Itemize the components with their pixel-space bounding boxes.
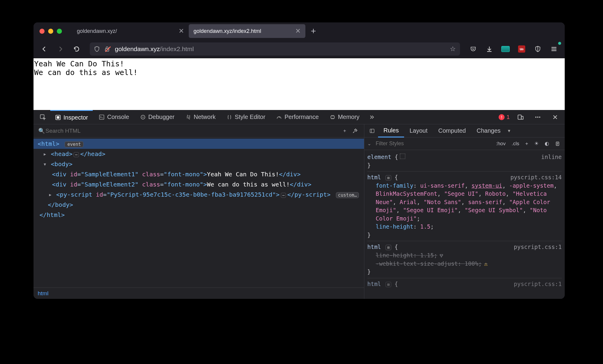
grid-badge-icon[interactable]: ⊞ — [386, 175, 391, 181]
dom-node-html-close[interactable]: </html> — [34, 210, 364, 220]
filter-styles-input[interactable] — [367, 140, 492, 147]
close-icon[interactable]: ✕ — [295, 27, 301, 35]
light-scheme-button[interactable]: ☀ — [532, 140, 540, 147]
page-line-1: We can do this as well! — [34, 68, 564, 77]
funnel-icon[interactable]: ▽ — [440, 252, 443, 259]
more-tabs-button[interactable] — [366, 110, 378, 124]
rules-tab-rules[interactable]: Rules — [378, 124, 404, 137]
custom-element-badge[interactable]: custom… — [336, 192, 359, 198]
new-tab-button[interactable]: + — [305, 26, 322, 36]
ellipsis-icon[interactable]: ⋯ — [74, 152, 79, 157]
cls-toggle[interactable]: .cls — [510, 141, 521, 147]
insecure-lock-icon[interactable] — [104, 46, 111, 52]
rules-tab-computed[interactable]: Computed — [433, 124, 471, 137]
pip-icon — [501, 46, 510, 52]
rule-html-1b[interactable]: html ⊞ { pyscript.css:1 — [367, 278, 562, 290]
print-media-button[interactable] — [553, 141, 562, 146]
tab-network[interactable]: Network — [181, 110, 220, 124]
dom-node-pyscript[interactable]: ▸ <py-script id="PyScript-95e7c15c-c35e-… — [34, 189, 364, 200]
tab-style-editor[interactable]: Style Editor — [222, 110, 270, 124]
responsive-mode-button[interactable] — [514, 111, 527, 124]
dom-node-body-close[interactable]: </body> — [34, 200, 364, 210]
svg-point-11 — [539, 116, 540, 117]
error-indicator[interactable]: ! 1 — [499, 114, 510, 120]
tab-0[interactable]: goldendawn.xyz/ ✕ — [72, 24, 189, 38]
dom-node-html[interactable]: <html> event — [34, 139, 364, 149]
sidebar-icon — [369, 128, 375, 134]
dom-node-body[interactable]: ▾ <body> — [34, 159, 364, 169]
expand-icon[interactable]: ▸ — [42, 149, 47, 158]
notification-dot-icon — [558, 42, 561, 45]
error-count: 1 — [506, 114, 510, 120]
breadcrumb[interactable]: html — [34, 287, 364, 299]
rules-list[interactable]: element { inline } html ⊞ { pyscript.css… — [364, 150, 565, 299]
ublock-icon: u₀ — [518, 45, 525, 53]
dom-node-div2[interactable]: <div id="SampleElement2" class="font-mon… — [34, 179, 364, 189]
element-picker-button[interactable] — [36, 110, 49, 124]
tab-title: goldendawn.xyz/ — [77, 28, 117, 34]
expand-icon[interactable]: ▸ — [48, 190, 53, 199]
rules-tab-changes[interactable]: Changes — [471, 124, 506, 137]
extension-pip-button[interactable] — [499, 42, 512, 56]
dom-node-head[interactable]: ▸ <head>⋯</head> — [34, 149, 364, 159]
bookmark-star-icon[interactable]: ☆ — [450, 45, 456, 53]
rules-tab-layout[interactable]: Layout — [404, 124, 433, 137]
svg-rect-8 — [521, 116, 523, 119]
tab-inspector[interactable]: Inspector — [50, 110, 93, 124]
grid-badge-icon[interactable]: ⊞ — [386, 282, 391, 287]
add-node-button[interactable]: + — [340, 128, 349, 134]
window-controls — [36, 29, 66, 34]
add-rule-button[interactable]: + — [523, 141, 530, 147]
svg-rect-7 — [518, 115, 521, 119]
devices-icon — [517, 114, 524, 120]
minimize-window-button[interactable] — [48, 29, 53, 34]
shield-icon[interactable] — [94, 46, 100, 52]
tab-1[interactable]: goldendawn.xyz/index2.html ✕ — [189, 24, 305, 38]
tab-console[interactable]: Console — [94, 110, 134, 124]
chevron-down-icon[interactable]: ▾ — [506, 128, 512, 134]
page-line-0: Yeah We Can Do This! — [34, 59, 564, 68]
search-html-input[interactable] — [36, 126, 340, 136]
dark-scheme-button[interactable]: ◐ — [543, 140, 551, 147]
performance-icon — [276, 114, 282, 120]
event-badge[interactable]: event — [65, 141, 83, 147]
network-icon — [185, 114, 191, 120]
ublock-button[interactable]: u₀ — [515, 42, 528, 56]
grid-badge-icon[interactable]: ⊞ — [386, 245, 391, 250]
downloads-button[interactable] — [483, 42, 496, 56]
back-button[interactable] — [38, 42, 51, 56]
dom-node-div1[interactable]: <div id="SampleElement1" class="font-mon… — [34, 169, 364, 179]
toggle-sidebar-button[interactable] — [366, 128, 378, 134]
warning-icon[interactable]: ⚠ — [484, 260, 488, 267]
dom-tree[interactable]: <html> event ▸ <head>⋯</head> ▾ <body> <… — [34, 137, 364, 287]
url-bar[interactable]: goldendawn.xyz/index2.html ☆ — [90, 42, 460, 56]
toolbar: goldendawn.xyz/index2.html ☆ u₀ — [34, 40, 565, 58]
tab-memory[interactable]: Memory — [325, 110, 364, 124]
tab-debugger[interactable]: Debugger — [135, 110, 179, 124]
reload-icon — [73, 46, 80, 52]
tab-performance[interactable]: Performance — [271, 110, 324, 124]
reload-button[interactable] — [70, 42, 83, 56]
menu-button[interactable] — [547, 42, 561, 56]
breadcrumb-item[interactable]: html — [38, 290, 48, 297]
rule-html-1[interactable]: html ⊞ { pyscript.css:1 line-height: 1.1… — [367, 241, 562, 278]
close-devtools-button[interactable] — [549, 111, 562, 124]
rule-element[interactable]: element { inline } — [367, 151, 562, 172]
shield-ext-button[interactable] — [531, 42, 544, 56]
devtools-body: 🔍 + <html> event ▸ <head>⋯</head> — [34, 124, 565, 299]
hov-toggle[interactable]: :hov — [494, 141, 507, 147]
pocket-button[interactable] — [467, 42, 480, 56]
rule-html-14[interactable]: html ⊞ { pyscript.css:14 font-family: ui… — [367, 172, 562, 241]
url-path: /index2.html — [160, 45, 194, 52]
close-icon[interactable]: ✕ — [179, 27, 184, 35]
kebab-button[interactable] — [531, 111, 544, 124]
close-window-button[interactable] — [39, 29, 45, 34]
rules-panel: Rules Layout Computed Changes ▾ ⌄ :hov .… — [364, 124, 565, 299]
maximize-window-button[interactable] — [57, 29, 62, 34]
collapse-icon[interactable]: ▾ — [42, 160, 47, 169]
flex-overlay-icon[interactable] — [400, 154, 405, 159]
eyedropper-button[interactable] — [349, 128, 361, 134]
filter-row: ⌄ :hov .cls + ☀ ◐ — [364, 137, 565, 150]
forward-button[interactable] — [54, 42, 67, 56]
ellipsis-icon[interactable]: ⋯ — [281, 193, 286, 198]
